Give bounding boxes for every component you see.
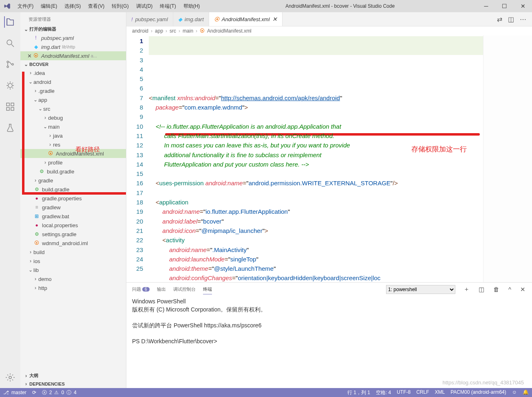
tree-folder[interactable]: ⌄app <box>20 95 126 104</box>
tree-file[interactable]: ⚙settings.gradle <box>20 230 126 239</box>
status-sync[interactable]: ⟳ <box>32 390 36 395</box>
more-icon[interactable]: ⋯ <box>520 15 526 23</box>
tree-folder[interactable]: ›java <box>20 131 126 140</box>
split-icon[interactable]: ◫ <box>508 15 514 23</box>
terminal-select[interactable]: 1: powershell <box>386 285 455 294</box>
tree-folder[interactable]: ›debug <box>20 113 126 122</box>
minimize-button[interactable]: ─ <box>477 0 495 12</box>
menu-debug[interactable]: 调试(D) <box>133 1 156 11</box>
tree-file-active[interactable]: ⦿AndroidManifest.xml <box>20 149 126 158</box>
panel-tab-problems[interactable]: 问题6 <box>132 285 150 294</box>
tree-folder[interactable]: ›ios <box>20 257 126 265</box>
open-editor-item-active[interactable]: ✕⦿AndroidManifest.xmla... <box>20 51 126 60</box>
window-title: AndroidManifest.xml - bcover - Visual St… <box>203 3 477 9</box>
terminal-output[interactable]: Windows PowerShell 版权所有 (C) Microsoft Co… <box>126 296 532 388</box>
tree-folder[interactable]: ⌄main <box>20 122 126 131</box>
tab-bar: !pubspec.yaml ◆img.dart ⦿AndroidManifest… <box>126 12 532 26</box>
source-control-icon[interactable] <box>4 59 16 70</box>
tab-manifest[interactable]: ⦿AndroidManifest.xml✕ <box>209 12 283 26</box>
panel-tab-output[interactable]: 输出 <box>157 285 166 294</box>
tree-file[interactable]: ≡gradlew <box>20 203 126 212</box>
close-icon[interactable]: ✕ <box>272 16 277 22</box>
close-button[interactable]: ✕ <box>514 0 532 12</box>
tab-pubspec[interactable]: !pubspec.yaml <box>126 12 173 26</box>
menu-terminal[interactable]: 终端(T) <box>157 1 179 11</box>
file-tree: 看好路径 ›.idea ⌄android ›.gradle ⌄app ⌄src … <box>20 68 126 371</box>
tab-imgdart[interactable]: ◆img.dart <box>173 12 209 26</box>
tree-folder[interactable]: ⌄lib <box>20 265 126 274</box>
tree-file[interactable]: ⚙build.gradle <box>20 167 126 176</box>
watermark: https://blog.csdn.net/qq_43817045 <box>443 379 524 386</box>
outline-header[interactable]: ›大纲 <box>20 371 126 380</box>
svg-point-2 <box>7 66 9 68</box>
status-branch[interactable]: ⎇ master <box>3 390 26 395</box>
tree-folder[interactable]: ›.idea <box>20 68 126 77</box>
sidebar: 资源管理器 ⌄打开的编辑器 !pubspec.yaml ◆img.dartlib… <box>20 12 126 388</box>
deps-header[interactable]: ›DEPENDENCIES <box>20 380 126 388</box>
project-header[interactable]: ⌄BCOVER <box>20 60 126 68</box>
compare-icon[interactable]: ⇄ <box>497 15 502 23</box>
new-terminal-icon[interactable]: ＋ <box>463 285 470 293</box>
annotation-path: 看好路径 <box>75 146 100 154</box>
maximize-panel-icon[interactable]: ^ <box>508 286 512 293</box>
svg-point-0 <box>7 40 12 45</box>
open-editors-header[interactable]: ⌄打开的编辑器 <box>20 25 126 33</box>
line-gutter: 1234567891011121314151617181920212223242… <box>126 35 149 282</box>
title-bar: 文件(F) 编辑(E) 选择(S) 查看(V) 转到(G) 调试(D) 终端(T… <box>0 0 532 12</box>
panel-tab-terminal[interactable]: 终端 <box>203 285 212 294</box>
menu-view[interactable]: 查看(V) <box>85 1 108 11</box>
menu-file[interactable]: 文件(F) <box>14 1 37 11</box>
extensions-icon[interactable] <box>4 101 16 112</box>
tree-folder[interactable]: ›demo <box>20 274 126 283</box>
code-area[interactable]: 存储权限加这一行 <manifest xmlns:android="http:/… <box>149 35 483 282</box>
tree-folder[interactable]: ›http <box>20 283 126 292</box>
tree-folder[interactable]: ›build <box>20 248 126 257</box>
breadcrumb[interactable]: android› app› src› main› ⦿AndroidManifes… <box>126 26 532 35</box>
status-bell-icon[interactable]: 🔔 <box>523 389 529 396</box>
svg-rect-8 <box>11 103 14 106</box>
status-bar: ⎇ master ⟳ ⓧ 2 ⚠ 0 ⓘ 4 行 1，列 1 空格: 4 UTF… <box>0 388 532 397</box>
menu-goto[interactable]: 转到(G) <box>108 1 132 11</box>
tree-folder[interactable]: ›profile <box>20 158 126 167</box>
split-terminal-icon[interactable]: ◫ <box>478 286 485 293</box>
status-spaces[interactable]: 空格: 4 <box>376 389 391 396</box>
close-panel-icon[interactable]: ✕ <box>519 286 526 293</box>
menu-help[interactable]: 帮助(H) <box>180 1 203 11</box>
status-encoding[interactable]: UTF-8 <box>397 389 411 396</box>
tree-folder[interactable]: ⌄src <box>20 104 126 113</box>
svg-point-3 <box>12 64 13 65</box>
svg-point-4 <box>8 83 12 88</box>
menu-select[interactable]: 选择(S) <box>61 1 84 11</box>
menu-edit[interactable]: 编辑(E) <box>38 1 60 11</box>
status-position[interactable]: 行 1，列 1 <box>347 389 370 396</box>
tree-folder[interactable]: ›.gradle <box>20 86 126 95</box>
tree-file[interactable]: ⊞gradlew.bat <box>20 212 126 221</box>
status-eol[interactable]: CRLF <box>416 389 429 396</box>
tree-folder[interactable]: ›gradle <box>20 176 126 185</box>
debug-icon[interactable] <box>4 80 16 91</box>
trash-icon[interactable]: 🗑 <box>492 286 500 293</box>
svg-rect-5 <box>7 103 9 106</box>
settings-gear-icon[interactable] <box>4 372 16 383</box>
tree-file[interactable]: ⦿wdnmd_android.iml <box>20 239 126 248</box>
activity-bar <box>0 12 20 388</box>
open-editor-item[interactable]: !pubspec.yaml <box>20 33 126 42</box>
status-feedback-icon[interactable]: ☺ <box>512 389 517 396</box>
maximize-button[interactable]: ☐ <box>495 0 514 12</box>
status-device[interactable]: PACM00 (android-arm64) <box>450 389 506 396</box>
panel: 问题6 输出 调试控制台 终端 1: powershell ＋ ◫ 🗑 ^ ✕ … <box>126 282 532 388</box>
status-problems[interactable]: ⓧ 2 ⚠ 0 ⓘ 4 <box>42 389 77 396</box>
search-icon[interactable] <box>4 37 16 49</box>
tree-file[interactable]: ●gradle.properties <box>20 194 126 203</box>
minimap[interactable] <box>483 35 532 282</box>
flask-icon[interactable] <box>4 122 16 134</box>
editor[interactable]: 1234567891011121314151617181920212223242… <box>126 35 532 282</box>
explorer-icon[interactable] <box>4 16 15 28</box>
svg-rect-7 <box>11 107 14 110</box>
status-lang[interactable]: XML <box>435 389 445 396</box>
tree-file[interactable]: ●local.properties <box>20 221 126 230</box>
panel-tab-debug[interactable]: 调试控制台 <box>173 285 196 294</box>
tree-folder[interactable]: ›res <box>20 140 126 149</box>
open-editor-item[interactable]: ◆img.dartlib\http <box>20 42 126 51</box>
tree-folder[interactable]: ⌄android <box>20 77 126 86</box>
